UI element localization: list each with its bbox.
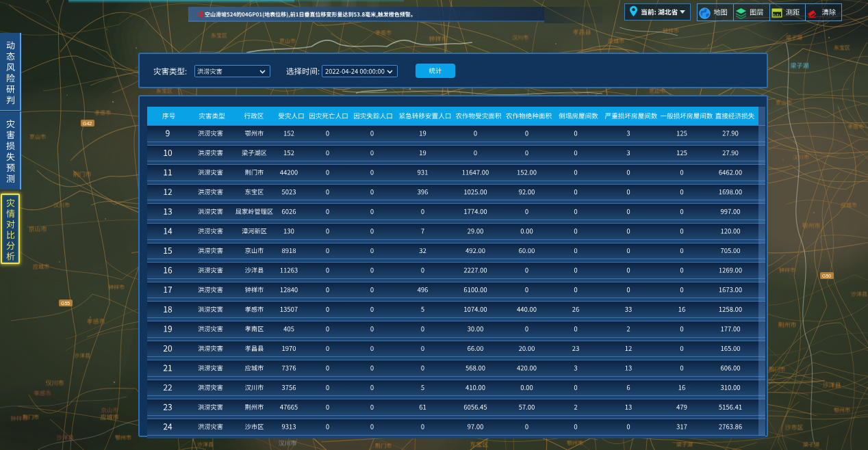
svg-text:G50: G50 — [822, 274, 831, 278]
svg-text:G55: G55 — [61, 301, 70, 306]
svg-text:G42: G42 — [83, 121, 92, 126]
